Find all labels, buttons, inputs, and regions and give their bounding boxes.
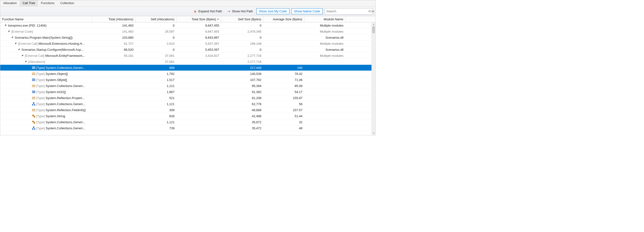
cell-self-alloc: 1,121 xyxy=(136,119,176,125)
cell-self-alloc: 906 xyxy=(136,65,176,71)
cell-function-name: [Type] System.Int32[] xyxy=(0,89,92,95)
cell-module: Scenarios.dll xyxy=(304,35,346,40)
array-orange-icon xyxy=(32,108,36,112)
expander-icon[interactable] xyxy=(4,25,7,27)
cell-self-size: 107,792 xyxy=(221,77,263,83)
table-row[interactable]: Scenarios.Program.Main(System.String[])1… xyxy=(0,35,372,41)
toolbar: Expand Hot Path Show Hot Path Show Just … xyxy=(0,7,375,16)
cell-spacer xyxy=(346,29,350,34)
cell-total-size xyxy=(176,71,221,77)
cell-avg-size: 32 xyxy=(263,119,304,125)
column-header-avg-size[interactable]: Average Size (Bytes) xyxy=(263,16,304,22)
cell-module xyxy=(304,65,346,71)
table-row[interactable]: [Type] System.Collections.Generi...1,121… xyxy=(0,101,372,107)
cell-spacer xyxy=(346,83,350,89)
cell-total-size xyxy=(176,59,221,65)
tab-allocation[interactable]: Allocation xyxy=(0,0,20,6)
table-row[interactable]: [Type] System.Collections.Generi...73935… xyxy=(0,125,372,131)
cell-total-alloc xyxy=(92,125,136,131)
function-name-label: iisexpress.exe (PID: 11404) xyxy=(8,24,46,27)
show-just-my-code-button[interactable]: Show Just My Code xyxy=(256,8,290,14)
cell-total-alloc: 91,727 xyxy=(92,41,136,46)
table-row[interactable]: [Type] System.Collections.Generi...1,121… xyxy=(0,119,372,125)
expander-icon[interactable] xyxy=(21,55,24,57)
table-row[interactable]: [Type] System.SByte[]1,517107,79271.06 xyxy=(0,77,372,83)
search-dropdown-icon[interactable] xyxy=(371,10,374,13)
expander-icon[interactable] xyxy=(24,61,28,63)
function-name-label: Scenarios.Startup.Configure(Microsoft.As… xyxy=(22,48,84,52)
scroll-down-icon[interactable] xyxy=(372,131,375,135)
table-row[interactable]: [Type] System.Reflection.Propert...52181… xyxy=(0,95,372,101)
svg-rect-32 xyxy=(34,122,35,123)
cell-spacer xyxy=(346,71,350,77)
cell-self-size: 0 xyxy=(221,23,263,28)
scrollbar-track[interactable] xyxy=(372,26,375,131)
cell-total-alloc xyxy=(92,77,136,83)
column-header-self-alloc[interactable]: Self (Allocations) xyxy=(136,16,176,22)
cell-module xyxy=(304,125,346,131)
cell-module xyxy=(304,95,346,101)
search-icon[interactable] xyxy=(368,10,371,13)
column-header-module[interactable]: Module Name xyxy=(304,16,346,22)
cell-self-alloc: 26,597 xyxy=(136,29,176,34)
svg-rect-34 xyxy=(32,129,33,130)
cell-total-alloc xyxy=(92,119,136,125)
cell-self-size: 62,776 xyxy=(221,101,263,107)
grid-header: Function Name Total (Allocations) Self (… xyxy=(0,16,375,23)
table-row[interactable]: Scenarios.Startup.Configure(Microsoft.As… xyxy=(0,47,372,53)
search-input[interactable] xyxy=(325,9,368,14)
table-row[interactable]: [Type] System.Object[]1,792140,53678.42 xyxy=(0,71,372,77)
tab-functions[interactable]: Functions xyxy=(38,0,57,6)
table-row[interactable]: iisexpress.exe (PID: 11404)141,48309,847… xyxy=(0,23,372,29)
table-row[interactable]: [Type] System.Reflection.FieldInfo[]3094… xyxy=(0,107,372,113)
cell-total-size: 3,418,927 xyxy=(176,53,221,59)
expander-icon[interactable] xyxy=(18,49,21,51)
svg-rect-6 xyxy=(32,73,35,75)
cell-self-alloc: 826 xyxy=(136,113,176,119)
vertical-scrollbar[interactable] xyxy=(372,23,375,135)
function-name-label: [Type] System.SByte[] xyxy=(36,78,67,82)
function-name-label: [External Code] xyxy=(11,30,33,33)
expander-icon[interactable] xyxy=(11,37,14,39)
array-orange-icon xyxy=(32,96,36,100)
expander-icon[interactable] xyxy=(8,31,10,33)
cell-module: Multiple modules xyxy=(304,41,346,46)
function-name-label: [Type] System.Object[] xyxy=(36,72,68,76)
tab-collection[interactable]: Collection xyxy=(58,0,77,6)
column-header-name[interactable]: Function Name xyxy=(0,16,92,22)
table-row[interactable]: [Type] System.Collections.Generi...1,121… xyxy=(0,83,372,89)
table-row[interactable]: [Type] System.Collections.Generi...90621… xyxy=(0,65,372,71)
column-header-total-alloc[interactable]: Total (Allocations) xyxy=(92,16,136,22)
svg-rect-20 xyxy=(32,97,35,99)
table-row[interactable]: [External Call] Microsoft.EntityFramewor… xyxy=(0,53,372,59)
cell-module xyxy=(304,89,346,95)
svg-point-0 xyxy=(369,10,370,12)
cell-total-size xyxy=(176,119,221,125)
cell-function-name: iisexpress.exe (PID: 11404) xyxy=(0,23,92,28)
cell-avg-size: 155.87 xyxy=(263,95,304,101)
cell-spacer xyxy=(346,89,350,95)
expand-hot-path-button[interactable]: Expand Hot Path xyxy=(192,9,224,14)
cell-module xyxy=(304,107,346,113)
show-hot-path-button[interactable]: Show Hot Path xyxy=(226,9,254,14)
table-row[interactable]: [Allocations]37,0812,277,716 xyxy=(0,59,372,65)
scrollbar-thumb[interactable] xyxy=(372,26,375,33)
function-name-label: [Type] System.Collections.Generi... xyxy=(36,126,85,130)
cell-total-alloc: 86,520 xyxy=(92,47,136,53)
table-row[interactable]: [Type] System.String82642,48651.44 xyxy=(0,113,372,119)
cell-self-size: 2,478,345 xyxy=(221,29,263,34)
column-header-total-size[interactable]: Total Size (Bytes) xyxy=(176,16,221,22)
cell-total-alloc xyxy=(92,95,136,101)
tab-call-tree[interactable]: Call Tree xyxy=(20,0,38,6)
svg-rect-2 xyxy=(32,67,35,68)
table-row[interactable]: [Type] System.Int32[]1,68791,39254.17 xyxy=(0,89,372,95)
svg-rect-26 xyxy=(32,109,35,111)
cell-self-alloc: 521 xyxy=(136,95,176,101)
column-header-self-size[interactable]: Self Size (Bytes) xyxy=(221,16,263,22)
table-row[interactable]: [External Code]141,48326,5979,847,4552,4… xyxy=(0,29,372,35)
expander-icon[interactable] xyxy=(14,43,18,45)
scroll-up-icon[interactable] xyxy=(372,23,375,26)
array-orange-icon xyxy=(32,84,36,88)
table-row[interactable]: [External Call] Microsoft.Extensions.Hos… xyxy=(0,41,372,47)
show-native-code-button[interactable]: Show Native Code xyxy=(291,8,323,14)
